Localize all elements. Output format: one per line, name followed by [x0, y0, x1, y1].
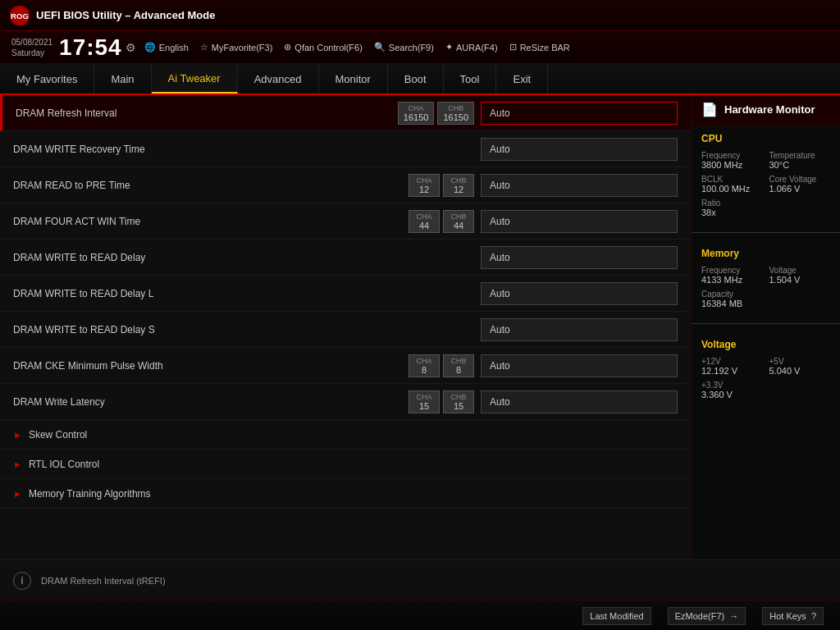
- nav-my-favorites-label: My Favorites: [16, 73, 77, 85]
- cha-label-3: CHA: [414, 212, 434, 221]
- table-row[interactable]: DRAM WRITE Recovery Time Auto: [0, 131, 691, 167]
- resize-icon: ⊡: [509, 42, 517, 52]
- cpu-section: CPU Frequency 3800 MHz Temperature 30°C …: [692, 125, 840, 226]
- expand-arrow-rtl: ►: [13, 459, 22, 469]
- search-control[interactable]: 🔍 Search(F9): [374, 42, 434, 52]
- nav-advanced[interactable]: Advanced: [238, 64, 319, 94]
- chb-val-8: 15: [449, 401, 468, 411]
- chb-val-0: 16150: [443, 112, 468, 122]
- day-display: Saturday: [11, 48, 52, 58]
- dram-write-read-s-value[interactable]: Auto: [481, 318, 678, 341]
- expand-memory-training[interactable]: ► Memory Training Algorithms: [0, 479, 691, 509]
- language-label: English: [159, 43, 189, 52]
- hot-keys-button[interactable]: Hot Keys ?: [762, 607, 824, 625]
- search-icon: 🔍: [374, 42, 386, 52]
- dram-write-latency-value[interactable]: Auto: [481, 390, 678, 413]
- content-area[interactable]: DRAM Refresh Interval CHA 16150 CHB 1615…: [0, 95, 691, 559]
- language-control[interactable]: 🌐 English: [144, 42, 189, 52]
- fan-icon: ⊛: [284, 42, 291, 52]
- nav-main-label: Main: [111, 73, 134, 85]
- time-display: 17:54: [59, 34, 122, 61]
- nav-main[interactable]: Main: [94, 64, 151, 94]
- nav-my-favorites[interactable]: My Favorites: [0, 64, 94, 94]
- cha-val-3: 44: [414, 221, 434, 231]
- cpu-freq-label-text: Frequency: [701, 151, 763, 160]
- main-layout: DRAM Refresh Interval CHA 16150 CHB 1615…: [0, 95, 840, 559]
- myfavorite-control[interactable]: ☆ MyFavorite(F3): [200, 42, 273, 52]
- last-modified-button[interactable]: Last Modified: [582, 607, 651, 625]
- dram-write-recovery-value[interactable]: Auto: [481, 138, 678, 161]
- table-row[interactable]: DRAM Write Latency CHA 15 CHB 15 Auto: [0, 384, 691, 420]
- memory-freq-block: Frequency 4133 MHz: [701, 266, 763, 285]
- dram-four-act-label: DRAM FOUR ACT WIN Time: [13, 216, 409, 227]
- mem-freq-label: Frequency: [701, 266, 763, 275]
- expand-arrow-skew: ►: [13, 430, 22, 440]
- nav-ai-tweaker[interactable]: Ai Tweaker: [152, 64, 238, 94]
- hw-monitor-title: Hardware Monitor: [724, 103, 815, 116]
- qfan-control[interactable]: ⊛ Qfan Control(F6): [284, 42, 363, 52]
- cpu-bclk-value: 100.00 MHz: [701, 184, 763, 194]
- dram-write-read-l-value[interactable]: Auto: [481, 282, 678, 305]
- table-row[interactable]: DRAM CKE Minimum Pulse Width CHA 8 CHB 8…: [0, 348, 691, 384]
- question-icon: ?: [811, 611, 816, 621]
- chb-label-2: CHB: [449, 176, 468, 185]
- navbar: My Favorites Main Ai Tweaker Advanced Mo…: [0, 64, 840, 95]
- cpu-ratio-value: 38x: [701, 208, 830, 217]
- table-row[interactable]: DRAM WRITE to READ Delay S Auto: [0, 312, 691, 348]
- dram-read-pre-value[interactable]: Auto: [481, 174, 678, 197]
- resize-control[interactable]: ⊡ ReSize BAR: [509, 42, 570, 52]
- table-row[interactable]: DRAM WRITE to READ Delay Auto: [0, 240, 691, 276]
- expand-rtl-iol[interactable]: ► RTL IOL Control: [0, 450, 691, 479]
- header: ROG UEFI BIOS Utility – Advanced Mode: [0, 0, 840, 31]
- cpu-ratio-block: Ratio 38x: [701, 199, 830, 217]
- rog-icon: ROG: [8, 4, 31, 27]
- dram-write-recovery-label: DRAM WRITE Recovery Time: [13, 144, 481, 155]
- cha-label-8: CHA: [414, 393, 434, 401]
- mem-volt-value: 1.504 V: [769, 275, 831, 285]
- cpu-bclk-block: BCLK 100.00 MHz: [701, 175, 763, 194]
- cha-box-7: CHA 8: [409, 354, 440, 377]
- divider-cpu-memory: [692, 232, 840, 233]
- nav-tool[interactable]: Tool: [444, 64, 497, 94]
- cpu-corevolt-label: Core Voltage: [769, 175, 831, 184]
- table-row[interactable]: DRAM READ to PRE Time CHA 12 CHB 12 Auto: [0, 167, 691, 203]
- cpu-grid: Frequency 3800 MHz Temperature 30°C BCLK…: [701, 151, 830, 194]
- voltage-section: Voltage +12V 12.192 V +5V 5.040 V +3.3V …: [692, 331, 840, 408]
- dram-write-read-value[interactable]: Auto: [481, 246, 678, 269]
- aura-control[interactable]: ✦ AURA(F4): [445, 42, 498, 52]
- cha-box-2: CHA 12: [409, 174, 440, 197]
- dram-four-act-value[interactable]: Auto: [481, 210, 678, 233]
- dram-refresh-value[interactable]: Auto: [481, 102, 678, 125]
- nav-monitor-label: Monitor: [336, 73, 371, 85]
- aura-label: AURA(F4): [456, 43, 498, 52]
- chb-box-2: CHB 12: [443, 174, 474, 197]
- nav-boot[interactable]: Boot: [388, 64, 444, 94]
- cpu-corevolt-value: 1.066 V: [769, 184, 831, 194]
- memory-capacity-block: Capacity 16384 MB: [701, 290, 830, 308]
- dram-cke-value[interactable]: Auto: [481, 354, 678, 377]
- v12-label: +12V: [701, 357, 763, 366]
- info-text: DRAM Refresh Interval (tREFI): [41, 576, 166, 586]
- hardware-monitor-sidebar: 📄 Hardware Monitor CPU Frequency 3800 MH…: [691, 95, 840, 559]
- info-icon: i: [13, 572, 31, 590]
- gear-icon[interactable]: ⚙: [126, 41, 136, 54]
- table-row[interactable]: DRAM FOUR ACT WIN Time CHA 44 CHB 44 Aut…: [0, 203, 691, 240]
- dram-refresh-interval-label: DRAM Refresh Interval: [16, 107, 398, 119]
- cha-label-7: CHA: [414, 357, 434, 365]
- table-row[interactable]: DRAM WRITE to READ Delay L Auto: [0, 276, 691, 312]
- table-row[interactable]: DRAM Refresh Interval CHA 16150 CHB 1615…: [0, 95, 691, 131]
- hot-keys-label: Hot Keys: [769, 611, 806, 621]
- expand-skew-control[interactable]: ► Skew Control: [0, 420, 691, 450]
- nav-exit[interactable]: Exit: [496, 64, 548, 94]
- footer: Last Modified EzMode(F7) → Hot Keys ?: [0, 600, 840, 630]
- cha-label-0: CHA: [404, 104, 429, 112]
- nav-monitor[interactable]: Monitor: [319, 64, 388, 94]
- divider-memory-voltage: [692, 323, 840, 324]
- cpu-temperature-block: Temperature 30°C: [769, 151, 831, 170]
- globe-icon: 🌐: [144, 42, 156, 52]
- rtl-iol-label: RTL IOL Control: [29, 459, 99, 470]
- cha-box-3: CHA 44: [409, 210, 440, 233]
- ez-mode-button[interactable]: EzMode(F7) →: [668, 607, 746, 625]
- memory-section: Memory Frequency 4133 MHz Voltage 1.504 …: [692, 240, 840, 317]
- dram-write-read-s-label: DRAM WRITE to READ Delay S: [13, 324, 481, 336]
